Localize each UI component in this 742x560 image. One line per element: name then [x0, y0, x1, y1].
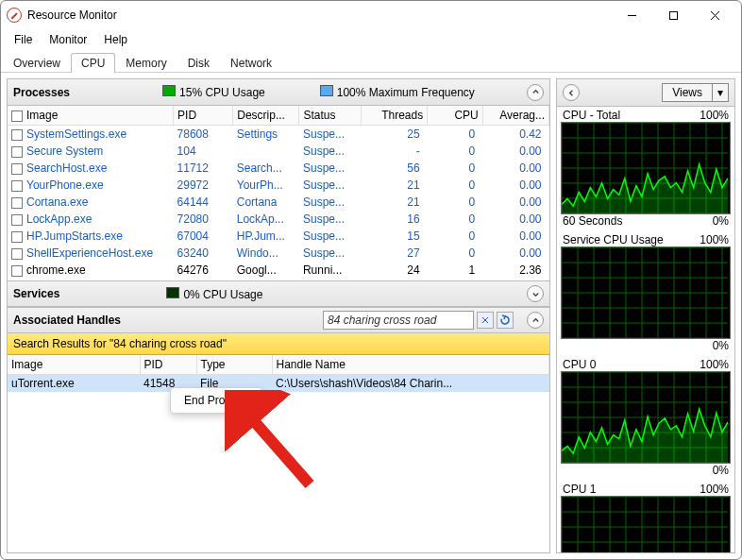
tab-network[interactable]: Network [220, 53, 282, 73]
handles-row[interactable]: uTorrent.exe 41548 File C:\Users\shash\V… [8, 375, 549, 392]
processes-title: Processes [13, 86, 70, 99]
chart-canvas [561, 496, 731, 552]
context-menu-end-process[interactable]: End Process [170, 387, 262, 414]
chart-canvas [561, 371, 731, 464]
tab-memory[interactable]: Memory [115, 53, 177, 73]
maximize-button[interactable] [652, 2, 694, 28]
chart-right-label: 100% [700, 483, 729, 496]
col-status[interactable]: Status [299, 106, 362, 126]
handles-header[interactable]: Associated Handles [8, 307, 549, 333]
services-collapse-icon[interactable] [527, 285, 544, 302]
process-row[interactable]: SearchHost.exe11712Search...Suspe...5600… [8, 160, 549, 177]
process-row[interactable]: SystemSettings.exe78608SettingsSuspe...2… [8, 126, 549, 144]
cpu-usage-chip-icon [162, 85, 176, 96]
minimize-button[interactable] [611, 2, 652, 28]
views-button[interactable]: Views ▾ [662, 83, 729, 102]
row-checkbox[interactable] [11, 231, 23, 243]
row-checkbox[interactable] [11, 265, 23, 277]
col-pid[interactable]: PID [174, 106, 233, 126]
process-row[interactable]: LockApp.exe72080LockAp...Suspe...1600.00 [8, 211, 549, 228]
menu-monitor[interactable]: Monitor [42, 31, 94, 48]
freq-chip-icon [320, 85, 333, 96]
row-checkbox[interactable] [11, 146, 23, 158]
chart-bl-label: 60 Seconds [563, 214, 622, 228]
views-dropdown-icon[interactable]: ▾ [712, 84, 728, 101]
chart-right-label: 100% [700, 358, 729, 371]
handles-collapse-icon[interactable] [527, 312, 544, 329]
handles-search-input[interactable] [323, 311, 474, 330]
menu-bar: File Monitor Help [1, 29, 741, 50]
services-usage-label: 0% CPU Usage [183, 288, 262, 301]
services-title: Services [13, 287, 59, 300]
row-checkbox[interactable] [11, 129, 23, 141]
row-checkbox[interactable] [11, 197, 23, 209]
process-row[interactable]: chrome.exe64276Googl...Runni...2412.36 [8, 262, 549, 279]
close-button[interactable] [694, 2, 735, 28]
svg-line-7 [242, 407, 310, 484]
processes-header[interactable]: Processes 15% CPU Usage 100% Maximum Fre… [8, 79, 549, 106]
views-label: Views [663, 84, 712, 101]
processes-table[interactable]: Image PID Descrip... Status Threads CPU … [8, 106, 549, 280]
row-checkbox[interactable] [11, 180, 23, 192]
col-desc[interactable]: Descrip... [233, 106, 299, 126]
row-checkbox[interactable] [11, 163, 23, 175]
handles-results[interactable]: uTorrent.exe 41548 File C:\Users\shash\V… [8, 375, 549, 552]
hcol-image[interactable]: Image [8, 355, 140, 375]
handles-columns[interactable]: Image PID Type Handle Name [8, 355, 549, 375]
handles-title: Associated Handles [13, 314, 121, 327]
chart-br-label: 0% [713, 214, 729, 228]
chart-right-label: 100% [700, 233, 729, 246]
hcol-handle[interactable]: Handle Name [272, 355, 549, 375]
window-title: Resource Monitor [27, 8, 611, 22]
svg-rect-1 [669, 11, 677, 19]
menu-file[interactable]: File [7, 31, 40, 48]
process-row[interactable]: HP.JumpStarts.exe67004HP.Jum...Suspe...1… [8, 228, 549, 245]
rightpane-collapse-icon[interactable] [563, 84, 580, 101]
chart-title: CPU - Total [563, 109, 620, 122]
chart-br-label: 0% [713, 464, 729, 477]
row-checkbox[interactable] [11, 214, 23, 226]
process-row[interactable]: Cortana.exe64144CortanaSuspe...2100.00 [8, 194, 549, 211]
search-clear-button[interactable] [477, 312, 494, 329]
process-row[interactable]: ShellExperienceHost.exe63240Windo...Susp… [8, 245, 549, 262]
cpu-usage-label: 15% CPU Usage [179, 86, 265, 99]
tab-cpu[interactable]: CPU [71, 53, 115, 73]
col-avg[interactable]: Averag... [482, 106, 548, 126]
tab-disk[interactable]: Disk [177, 53, 220, 73]
chart-title: CPU 0 [563, 358, 596, 371]
col-image[interactable]: Image [8, 106, 174, 126]
tab-overview[interactable]: Overview [3, 53, 71, 73]
chart-title: CPU 1 [563, 483, 596, 496]
processes-collapse-icon[interactable] [527, 84, 544, 101]
select-all-checkbox[interactable] [11, 110, 23, 122]
tab-bar: Overview CPU Memory Disk Network [1, 50, 741, 73]
menu-help[interactable]: Help [96, 31, 135, 48]
chart-block: CPU 1100% [557, 481, 734, 552]
charts-container[interactable]: CPU - Total100%60 Seconds0%Service CPU U… [557, 107, 734, 552]
freq-label: 100% Maximum Frequency [337, 86, 475, 99]
hcol-type[interactable]: Type [196, 355, 272, 375]
chart-canvas [561, 122, 731, 214]
services-header[interactable]: Services 0% CPU Usage [8, 280, 549, 307]
chart-br-label: 0% [713, 339, 729, 352]
svg-marker-26 [562, 164, 728, 214]
app-icon [7, 8, 22, 23]
chart-canvas [561, 246, 731, 339]
chart-block: CPU 0100%0% [557, 356, 734, 481]
hcol-pid[interactable]: PID [140, 355, 196, 375]
process-row[interactable]: Secure System104Suspe...-00.00 [8, 143, 549, 160]
col-cpu[interactable]: CPU [428, 106, 483, 126]
chart-block: Service CPU Usage100%0% [557, 231, 734, 356]
services-usage-chip-icon [166, 287, 179, 298]
process-row[interactable]: YourPhone.exe29972YourPh...Suspe...2100.… [8, 177, 549, 194]
chart-block: CPU - Total100%60 Seconds0% [557, 107, 734, 231]
chart-right-label: 100% [700, 109, 729, 122]
search-results-banner: Search Results for "84 charing cross roa… [8, 333, 549, 355]
search-refresh-button[interactable] [497, 312, 514, 329]
chart-title: Service CPU Usage [563, 233, 664, 246]
row-checkbox[interactable] [11, 248, 23, 260]
titlebar: Resource Monitor [1, 1, 741, 29]
col-threads[interactable]: Threads [361, 106, 427, 126]
